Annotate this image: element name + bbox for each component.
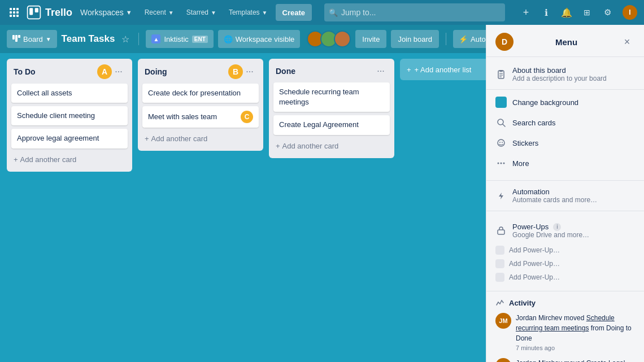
visibility-button[interactable]: 🌐 Workspace visible [218, 30, 301, 48]
ent-badge: ENT [192, 36, 208, 43]
power-ups-section: Power-Ups i Google Drive and more… Add P… [486, 213, 644, 289]
nav-right: + ℹ 🔔 ⊞ ⚙ I [517, 4, 638, 21]
avatar-letter: D [502, 37, 507, 46]
member-avatars [307, 30, 351, 47]
trello-wordmark: Trello [45, 7, 72, 19]
visibility-label: Workspace visible [236, 35, 295, 43]
card-schedule-client-meeting[interactable]: Schedule client meeting [11, 106, 128, 125]
board-view-button[interactable]: Board ▼ [7, 30, 57, 48]
add-card-label: Add another card [20, 155, 77, 164]
card-text: Schedule client meeting [17, 111, 122, 121]
workspaces-button[interactable]: Workspaces ▼ [76, 6, 137, 19]
recent-button[interactable]: Recent ▼ [140, 4, 179, 21]
add-powerup-2[interactable]: Add Power-Up… [495, 257, 635, 271]
nav-left: Trello Workspaces ▼ Recent ▼ Starred ▼ T… [6, 4, 312, 21]
menu-item-stickers[interactable]: Stickers [486, 133, 644, 153]
menu-item-about[interactable]: About this board Add a description to yo… [486, 62, 644, 87]
grid-menu-button[interactable] [6, 4, 23, 21]
card-text: Meet with sales team [148, 112, 238, 122]
search-icon: 🔍 [329, 8, 338, 17]
stickers-title: Stickers [512, 139, 538, 147]
powerup-dot-2 [495, 259, 504, 268]
card-create-deck[interactable]: Create deck for presentation [142, 84, 259, 103]
activity-icon [495, 298, 504, 307]
activity-section: Activity JM Jordan Mirchev moved Schedul… [486, 294, 644, 362]
svg-line-21 [503, 124, 505, 127]
trello-board-button[interactable]: ⊞ [578, 4, 595, 21]
card-meet-sales-team[interactable]: Meet with sales team C [142, 106, 259, 128]
stickers-icon [495, 137, 507, 149]
list-menu-button-todo[interactable]: ··· [112, 65, 125, 78]
list-menu-button-doing[interactable]: ··· [243, 65, 256, 78]
add-card-button-done[interactable]: + Add another card [273, 138, 390, 154]
list-header-todo: To Do A ··· [11, 63, 128, 80]
add-card-button-doing[interactable]: + Add another card [142, 131, 259, 146]
add-card-button-todo[interactable]: + Add another card [11, 152, 128, 167]
member-avatar-3[interactable] [334, 30, 351, 47]
svg-rect-3 [10, 11, 12, 14]
activity-header: Activity [495, 298, 635, 307]
plus-icon: + [407, 66, 411, 74]
list-title-doing: Doing [145, 67, 226, 76]
top-navigation: Trello Workspaces ▼ Recent ▼ Starred ▼ T… [0, 0, 644, 25]
search-icon [495, 117, 507, 128]
svg-rect-28 [498, 230, 504, 234]
workspace-button[interactable]: ▲ Inktistic ENT [146, 30, 213, 48]
star-button[interactable]: ☆ [119, 34, 132, 45]
automation-subtitle: Automate cards and more… [512, 196, 597, 204]
user-avatar[interactable]: I [621, 4, 638, 21]
svg-point-26 [501, 163, 502, 164]
templates-button[interactable]: Templates ▼ [224, 4, 272, 21]
notification-button[interactable]: 🔔 [558, 4, 575, 21]
card-text: Create deck for presentation [148, 88, 253, 98]
background-title: Change background [512, 98, 578, 107]
activity-time-1: 7 minutes ago [516, 344, 635, 351]
card-collect-all-assets[interactable]: Collect all assets [11, 84, 128, 103]
settings-button[interactable]: ⚙ [599, 4, 616, 21]
menu-item-automation[interactable]: Automation Automate cards and more… [486, 183, 644, 208]
list-doing: Doing B ··· Create deck for presentation… [138, 59, 263, 151]
starred-button[interactable]: Starred ▼ [182, 4, 221, 21]
trello-logo: Trello [26, 5, 72, 20]
badge-a: A [97, 64, 112, 79]
menu-divider-1 [486, 89, 644, 90]
card-create-legal-agreement[interactable]: Create Legal Agreement [273, 115, 390, 134]
info-button[interactable]: ℹ [538, 4, 555, 21]
menu-item-search[interactable]: Search cards [486, 112, 644, 133]
svg-rect-12 [12, 35, 15, 40]
card-text: Create Legal Agreement [279, 120, 384, 130]
powerups-content: Power-Ups i Google Drive and more… [512, 223, 589, 239]
card-text: Approve legal agreement [17, 133, 122, 143]
add-powerup-1[interactable]: Add Power-Up… [495, 243, 635, 257]
activity-pre-text-2: Jordan Mirchev moved [516, 359, 586, 362]
create-button[interactable]: Create [276, 4, 312, 21]
add-powerup-3[interactable]: Add Power-Up… [495, 271, 635, 284]
menu-close-button[interactable]: × [619, 34, 635, 50]
menu-sidebar: D Menu × About this board Add a descript… [486, 25, 644, 362]
nav-center: 🔍 [315, 3, 514, 21]
join-board-button[interactable]: Join board [391, 30, 439, 48]
list-done: Done ··· Schedule recurring team meeting… [269, 59, 394, 158]
card-approve-legal-agreement[interactable]: Approve legal agreement [11, 129, 128, 148]
search-input[interactable] [324, 3, 505, 21]
add-card-label: Add another card [282, 142, 339, 150]
menu-item-powerups[interactable]: Power-Ups i Google Drive and more… [495, 218, 635, 243]
card-schedule-recurring[interactable]: Schedule recurring team meetings [273, 82, 390, 112]
svg-rect-4 [13, 11, 15, 14]
add-button[interactable]: + [517, 4, 534, 21]
board-icon [12, 35, 20, 43]
svg-point-24 [502, 142, 503, 143]
menu-item-more[interactable]: More [486, 153, 644, 173]
powerups-title: Power-Ups [512, 223, 549, 231]
list-menu-button-done[interactable]: ··· [374, 64, 388, 78]
activity-description-2: Jordan Mirchev moved Create Legal Agreem… [516, 358, 635, 362]
add-list-label: + Add another list [415, 66, 472, 74]
close-icon: × [624, 36, 630, 48]
menu-item-background[interactable]: Change background [486, 92, 644, 112]
add-powerup-label-3: Add Power-Up… [509, 273, 560, 281]
svg-line-31 [500, 300, 502, 304]
activity-text-2: Jordan Mirchev moved Create Legal Agreem… [516, 358, 635, 362]
svg-rect-8 [16, 15, 19, 17]
invite-button[interactable]: Invite [355, 30, 386, 48]
invite-label: Invite [362, 35, 380, 43]
